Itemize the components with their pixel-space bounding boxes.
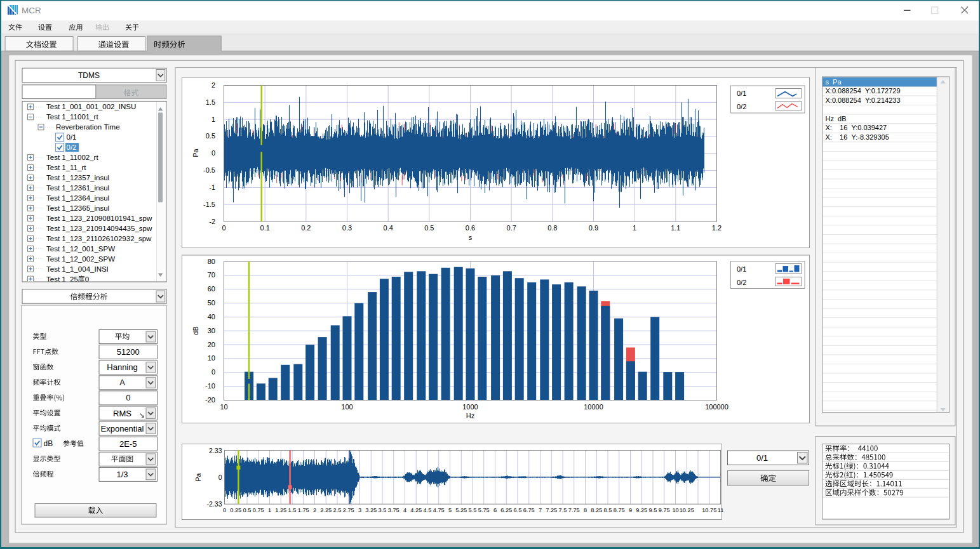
svg-text:0.5: 0.5 (206, 132, 215, 140)
svg-text:10: 10 (220, 403, 227, 411)
svg-text:dB: dB (44, 439, 53, 448)
svg-text:7.25: 7.25 (546, 507, 557, 513)
svg-text:1.1: 1.1 (671, 224, 680, 232)
svg-text:0: 0 (223, 507, 226, 513)
svg-text:Test 1_123_210908101941_spw: Test 1_123_210908101941_spw (46, 215, 152, 222)
svg-text:2.33: 2.33 (209, 447, 222, 454)
svg-text:Test 1_123_210914094435_spw: Test 1_123_210914094435_spw (46, 225, 152, 232)
svg-text:1: 1 (268, 507, 271, 513)
svg-text:10000: 10000 (584, 403, 603, 411)
svg-text:X:0.088254 Y:0.214233: X:0.088254 Y:0.214233 (826, 96, 901, 104)
svg-text:3: 3 (358, 507, 361, 513)
svg-text:1000: 1000 (462, 403, 478, 411)
svg-text:9.5: 9.5 (649, 507, 657, 513)
svg-text:11: 11 (718, 507, 724, 513)
svg-text:10: 10 (672, 507, 678, 513)
svg-text:TDMS: TDMS (78, 71, 100, 80)
svg-text:0.25: 0.25 (230, 507, 241, 513)
svg-text:0.3: 0.3 (342, 224, 352, 232)
svg-text:100000: 100000 (705, 403, 728, 411)
svg-text:Hanning: Hanning (107, 362, 137, 372)
svg-text:-20: -20 (205, 396, 215, 404)
svg-text:3.25: 3.25 (365, 507, 377, 513)
svg-text:3.75: 3.75 (388, 507, 399, 513)
svg-text:0/1: 0/1 (737, 89, 746, 97)
svg-text:40: 40 (208, 313, 215, 321)
svg-text:0/2: 0/2 (737, 279, 746, 286)
svg-text:5: 5 (448, 507, 452, 513)
svg-text:1.2: 1.2 (712, 224, 722, 232)
svg-text:0.5: 0.5 (424, 224, 434, 232)
svg-text:Exponential: Exponential (101, 424, 144, 433)
svg-text:8.5: 8.5 (604, 507, 612, 513)
svg-text:X:0.088254 Y:0.172729: X:0.088254 Y:0.172729 (826, 87, 901, 95)
svg-text:MCR: MCR (22, 6, 41, 15)
svg-text:Reverberation Time: Reverberation Time (56, 123, 120, 131)
svg-text:9.25: 9.25 (636, 507, 647, 513)
svg-text:3.5: 3.5 (379, 507, 387, 513)
svg-text:Test 1_12364_insul: Test 1_12364_insul (46, 194, 109, 202)
svg-text:Test 1_11_rt: Test 1_11_rt (46, 164, 86, 171)
svg-text:0/2: 0/2 (737, 103, 746, 110)
svg-text:Pa: Pa (192, 148, 199, 157)
svg-text:Test 1_1_004_INSI: Test 1_1_004_INSI (46, 265, 109, 273)
svg-text:0: 0 (211, 149, 215, 157)
svg-text:1.25: 1.25 (275, 507, 286, 513)
svg-text:-1.5: -1.5 (203, 201, 215, 208)
svg-text:0/1: 0/1 (756, 453, 768, 463)
svg-text:1/3: 1/3 (116, 470, 128, 479)
svg-text:4.75: 4.75 (433, 507, 445, 513)
svg-text:Test 1_11001_rt: Test 1_11001_rt (46, 113, 98, 121)
svg-text:s: s (469, 234, 473, 241)
svg-text:2.5: 2.5 (333, 507, 342, 513)
svg-text:0.7: 0.7 (507, 224, 516, 232)
svg-text:9.75: 9.75 (659, 507, 670, 513)
svg-text:0/1: 0/1 (737, 265, 746, 273)
svg-text:X: 16 Y:-8.329305: X: 16 Y:-8.329305 (826, 133, 889, 141)
svg-text:1: 1 (633, 224, 636, 232)
svg-text:30: 30 (208, 327, 215, 334)
svg-text:6: 6 (493, 507, 497, 513)
svg-text:8.75: 8.75 (614, 507, 625, 513)
svg-text:5.5: 5.5 (469, 507, 477, 513)
svg-text:80: 80 (208, 258, 215, 265)
svg-text:5.25: 5.25 (455, 507, 467, 513)
svg-text:70: 70 (208, 271, 215, 279)
svg-text:Test 1_12_002_SPW: Test 1_12_002_SPW (46, 255, 115, 263)
svg-text:0.9: 0.9 (589, 224, 598, 232)
svg-text:0.75: 0.75 (253, 507, 264, 513)
svg-text:50: 50 (208, 299, 215, 307)
svg-text:-2.33: -2.33 (207, 500, 222, 508)
svg-text:0.1: 0.1 (260, 224, 270, 232)
svg-text:5.75: 5.75 (478, 507, 490, 513)
svg-text:0.2: 0.2 (301, 224, 311, 232)
svg-text:A: A (119, 378, 125, 387)
svg-text:2: 2 (211, 81, 215, 89)
svg-text:dB: dB (192, 326, 199, 334)
svg-text:Test 1_11002_rt: Test 1_11002_rt (46, 154, 98, 161)
svg-text:10: 10 (208, 354, 215, 362)
svg-text:7.5: 7.5 (559, 507, 567, 513)
svg-text:2.75: 2.75 (343, 507, 354, 513)
svg-text:-10: -10 (205, 382, 215, 390)
svg-text:6.75: 6.75 (523, 507, 535, 513)
svg-text:0.5: 0.5 (243, 507, 252, 513)
svg-text:1.5: 1.5 (206, 98, 215, 106)
svg-text:0/1: 0/1 (67, 133, 77, 141)
svg-text:8.25: 8.25 (591, 507, 602, 513)
svg-text:0: 0 (211, 368, 215, 376)
svg-text:0.4: 0.4 (384, 224, 393, 232)
svg-text:1: 1 (211, 116, 215, 123)
svg-text:1.75: 1.75 (298, 507, 309, 513)
svg-text:4.25: 4.25 (410, 507, 422, 513)
svg-text:-1: -1 (209, 183, 215, 191)
svg-text:0.6: 0.6 (466, 224, 475, 232)
svg-text:7: 7 (539, 507, 542, 513)
svg-text:60: 60 (208, 285, 215, 293)
svg-text:Test 1_12361_insul: Test 1_12361_insul (46, 184, 109, 192)
svg-text:Test 1_001_001_002_INSU: Test 1_001_001_002_INSU (46, 103, 136, 110)
svg-text:RMS: RMS (113, 409, 131, 418)
svg-text:Test 1_123_211026102932_spw: Test 1_123_211026102932_spw (46, 235, 152, 242)
svg-text:Test 1_12365_insul: Test 1_12365_insul (46, 204, 109, 212)
svg-text:2: 2 (313, 507, 316, 513)
